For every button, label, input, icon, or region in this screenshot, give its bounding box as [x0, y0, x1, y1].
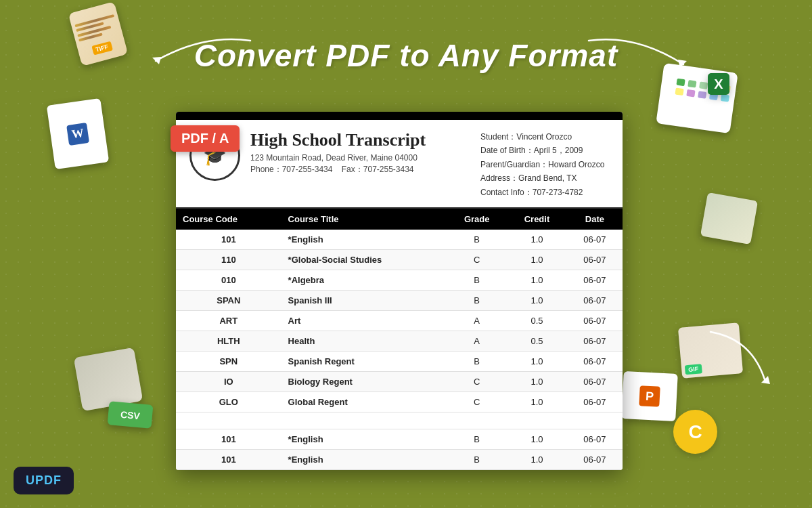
table-row: ARTArtA0.506-07 — [176, 310, 623, 331]
table-row: IOBiology RegentC1.006-07 — [176, 371, 623, 391]
ppt-file-icon: P — [621, 371, 678, 421]
cell-8-1: Global Regent — [281, 391, 447, 412]
pdf-card-wrapper: PDF / A 🎓 High School Transcript 123 Mou… — [176, 105, 623, 470]
cell-7-4: 06-07 — [567, 371, 623, 391]
cell-6-3: 1.0 — [507, 351, 567, 371]
cell-4-1: Art — [281, 310, 447, 331]
word-badge: W — [66, 123, 89, 146]
updf-logo: UPDF — [14, 467, 74, 494]
c-label: C — [688, 421, 702, 443]
col-grade: Grade — [447, 209, 507, 230]
table-row: SPANSpanish IIIB1.006-07 — [176, 290, 623, 310]
table-row: 101*EnglishB1.006-07 — [176, 449, 623, 469]
cell-3-4: 06-07 — [567, 290, 623, 310]
student-dob: Date of Birth：April 5，2009 — [480, 144, 609, 157]
word-file-icon: W — [47, 98, 109, 169]
cell-8-0: GLO — [176, 391, 281, 412]
student-guardian: Parent/Guardian：Howard Orozco — [480, 158, 609, 171]
cell-7-2: C — [447, 371, 507, 391]
gif-file-icon: GIF — [678, 322, 743, 379]
card-top-section: 🎓 High School Transcript 123 Mountain Ro… — [176, 120, 623, 209]
card-header-bar — [176, 112, 623, 120]
spacer-row — [176, 412, 623, 429]
gif-badge: GIF — [685, 364, 702, 375]
cell-0-1: *English — [281, 230, 447, 250]
transcript-table: Course Code Course Title Grade Credit Da… — [176, 209, 623, 470]
cell-0-4: 06-07 — [567, 230, 623, 250]
table-row: GLOGlobal RegentC1.006-07 — [176, 391, 623, 412]
cell-0-3: 1.0 — [507, 230, 567, 250]
cell-10-3: 1.0 — [507, 449, 567, 469]
cell-10-2: B — [447, 449, 507, 469]
cell-2-3: 1.0 — [507, 270, 567, 290]
student-contact: Contact Info：707-273-4782 — [480, 186, 609, 199]
image-file-icon-left — [74, 347, 143, 411]
col-course-code: Course Code — [176, 209, 281, 230]
table-row: SPNSpanish RegentB1.006-07 — [176, 351, 623, 371]
cell-6-0: SPN — [176, 351, 281, 371]
cell-7-3: 1.0 — [507, 371, 567, 391]
cell-6-1: Spanish Regent — [281, 351, 447, 371]
cell-6-2: B — [447, 351, 507, 371]
cell-10-4: 06-07 — [567, 449, 623, 469]
table-row: 010*AlgebraB1.006-07 — [176, 270, 623, 290]
cell-9-4: 06-07 — [567, 429, 623, 449]
student-address: Address：Grand Bend, TX — [480, 171, 609, 185]
cell-8-2: C — [447, 391, 507, 412]
csv-label: CSV — [120, 408, 140, 421]
cell-4-0: ART — [176, 310, 281, 331]
school-phone-fax: Phone：707-255-3434 Fax：707-255-3434 — [250, 164, 474, 175]
transcript-card: 🎓 High School Transcript 123 Mountain Ro… — [176, 112, 623, 470]
cell-0-2: B — [447, 230, 507, 250]
cell-2-4: 06-07 — [567, 270, 623, 290]
cell-1-3: 1.0 — [507, 249, 567, 270]
cell-4-4: 06-07 — [567, 310, 623, 331]
table-row: HLTHHealthA0.506-07 — [176, 331, 623, 351]
cell-3-3: 1.0 — [507, 290, 567, 310]
c-file-icon: C — [673, 410, 717, 454]
cell-4-3: 0.5 — [507, 310, 567, 331]
cell-2-2: B — [447, 270, 507, 290]
cell-10-1: *English — [281, 449, 447, 469]
table-row: 101*EnglishB1.006-07 — [176, 429, 623, 449]
cell-3-1: Spanish III — [281, 290, 447, 310]
cell-5-0: HLTH — [176, 331, 281, 351]
cell-3-0: SPAN — [176, 290, 281, 310]
col-credit: Credit — [507, 209, 567, 230]
student-info-block: Student：Vincent Orozco Date of Birth：Apr… — [474, 130, 609, 199]
school-fax: Fax：707-255-3434 — [342, 165, 414, 174]
cell-1-4: 06-07 — [567, 249, 623, 270]
cell-5-1: Health — [281, 331, 447, 351]
cell-9-3: 1.0 — [507, 429, 567, 449]
ppt-badge: P — [639, 385, 660, 407]
csv-file-icon: CSV — [108, 401, 154, 429]
school-address: 123 Mountain Road, Dead River, Maine 040… — [250, 153, 474, 163]
cell-1-2: C — [447, 249, 507, 270]
school-phone: Phone：707-255-3434 — [250, 165, 332, 174]
table-row: 110*Global-Social StudiesC1.006-07 — [176, 249, 623, 270]
cell-2-0: 010 — [176, 270, 281, 290]
updf-label: UPDF — [26, 473, 62, 487]
cell-1-0: 110 — [176, 249, 281, 270]
school-info: High School Transcript 123 Mountain Road… — [250, 130, 474, 199]
main-heading: Convert PDF to Any Format — [0, 37, 812, 74]
transcript-title: High School Transcript — [250, 130, 474, 150]
image-file-icon-right — [700, 192, 758, 245]
cell-9-0: 101 — [176, 429, 281, 449]
cell-6-4: 06-07 — [567, 351, 623, 371]
cell-7-0: IO — [176, 371, 281, 391]
cell-5-4: 06-07 — [567, 331, 623, 351]
table-header-row: Course Code Course Title Grade Credit Da… — [176, 209, 623, 230]
col-date: Date — [567, 209, 623, 230]
cell-2-1: *Algebra — [281, 270, 447, 290]
table-row: 101*EnglishB1.006-07 — [176, 230, 623, 250]
cell-7-1: Biology Regent — [281, 371, 447, 391]
cell-9-2: B — [447, 429, 507, 449]
cell-9-1: *English — [281, 429, 447, 449]
pdf-badge: PDF / A — [171, 125, 240, 152]
svg-marker-2 — [761, 376, 770, 384]
cell-0-0: 101 — [176, 230, 281, 250]
cell-3-2: B — [447, 290, 507, 310]
cell-8-4: 06-07 — [567, 391, 623, 412]
student-name: Student：Vincent Orozco — [480, 130, 609, 144]
